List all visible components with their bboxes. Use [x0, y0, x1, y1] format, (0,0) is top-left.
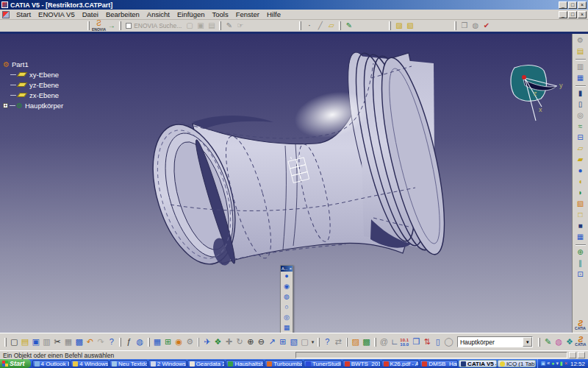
- rib-icon[interactable]: ≈: [575, 121, 587, 132]
- constraints-icon[interactable]: ⇅: [422, 336, 433, 348]
- status-button-a[interactable]: [569, 352, 576, 358]
- open-folder-icon[interactable]: ▤: [20, 336, 31, 348]
- model-tool-icon[interactable]: ❒: [459, 21, 470, 31]
- tray-network-icon[interactable]: ▾: [556, 360, 559, 367]
- analysis-tool-icon[interactable]: ◍: [470, 21, 481, 31]
- measure-icon[interactable]: 10.1 10.0: [400, 338, 411, 347]
- menu-hilfe[interactable]: Hilfe: [263, 10, 284, 18]
- menu-enovia-v5[interactable]: ENOVIA V5: [35, 10, 79, 18]
- toolbar-grip[interactable]: [339, 21, 341, 30]
- tray-green-app-icon[interactable]: ●: [551, 360, 554, 367]
- normal-view-icon[interactable]: ↗: [267, 336, 278, 348]
- toolbar-grip[interactable]: [198, 338, 200, 347]
- paste-special-icon[interactable]: ▨: [393, 21, 404, 31]
- enovia-open-icon[interactable]: ▤: [206, 21, 217, 31]
- material-view-icon[interactable]: ◎: [281, 313, 293, 323]
- toolbar-grip[interactable]: [148, 338, 150, 347]
- select-hand-icon[interactable]: ☞: [234, 21, 245, 31]
- toolbar-grip[interactable]: [318, 338, 320, 347]
- sketcher-icon[interactable]: ✎: [343, 21, 354, 31]
- tray-excel-icon[interactable]: ×: [564, 360, 567, 367]
- toolbar-grip[interactable]: [374, 338, 376, 347]
- edit-pencil-icon[interactable]: ✎: [223, 21, 234, 31]
- historic-graph-icon[interactable]: ⊞: [162, 336, 173, 348]
- pocket-icon[interactable]: ▯: [575, 99, 587, 110]
- formula-icon[interactable]: ƒ: [123, 336, 135, 348]
- plane-icon[interactable]: ▱: [326, 21, 337, 31]
- toolbar-grip[interactable]: [538, 338, 540, 347]
- toolbar-grip[interactable]: [119, 21, 121, 30]
- enovia-search-checkbox[interactable]: [126, 23, 132, 29]
- menu-ansicht[interactable]: Ansicht: [143, 10, 173, 18]
- current-body-combobox[interactable]: Hauptkörper ▾: [457, 336, 533, 347]
- workbench-b-icon[interactable]: ❖: [564, 336, 576, 348]
- tray-battery-icon[interactable]: ▮: [560, 360, 563, 367]
- fit-all-icon[interactable]: ❖: [212, 336, 223, 348]
- taskbar-button-k26-pdf[interactable]: K26.pdf - Ado...: [381, 360, 420, 367]
- tree-item-xy-ebene[interactable]: xy-Ebene: [3, 69, 63, 79]
- grid-cube-icon[interactable]: ▦: [575, 232, 587, 243]
- taskbar-button-dmsb-pdf[interactable]: DMSB_Handb...: [420, 360, 458, 367]
- taskbar-clock[interactable]: 12:52: [570, 361, 585, 367]
- minimize-button[interactable]: _: [559, 1, 567, 9]
- taskbar-button-windows-group-2[interactable]: 2 Windows ...▾: [148, 360, 187, 367]
- point-icon[interactable]: ·: [304, 21, 315, 31]
- help-icon[interactable]: ?: [107, 336, 118, 348]
- mdi-restore-button[interactable]: □: [568, 11, 577, 18]
- taskbar-button-turboumbau[interactable]: Turboumbau ...: [265, 360, 303, 367]
- window-icon[interactable]: ▦: [575, 73, 587, 84]
- taskbar-button-outlook-group[interactable]: 4 Outlook E...▾: [32, 360, 71, 367]
- zoom-in-icon[interactable]: ⊕: [245, 336, 256, 348]
- multi-view-icon[interactable]: ⊞: [278, 336, 289, 348]
- paste-icon[interactable]: ▩: [74, 336, 85, 348]
- document-icon[interactable]: [2, 11, 10, 18]
- swap-visible-icon[interactable]: ⇄: [333, 336, 344, 348]
- taskbar-button-bwts-pdf[interactable]: BWTS_2014_...: [343, 360, 381, 367]
- taskbar-button-haushaltsbuch[interactable]: Haushaltsbuc...: [226, 360, 264, 367]
- rotate-icon[interactable]: ↻: [234, 336, 245, 348]
- pan-icon[interactable]: ✚: [223, 336, 234, 348]
- wireframe-icon[interactable]: ○: [281, 302, 293, 313]
- copy-icon[interactable]: ▦: [63, 336, 74, 348]
- ellipse-tool-icon[interactable]: ◯: [443, 336, 454, 348]
- close-button[interactable]: ×: [578, 1, 587, 9]
- macro-icon[interactable]: ⚙: [184, 336, 196, 348]
- sphere-icon[interactable]: ●: [575, 166, 587, 177]
- tree-item-hauptkoerper[interactable]: + ⚙ Hauptkörper: [3, 100, 63, 110]
- menu-start[interactable]: Start: [12, 10, 35, 18]
- enovia-load-icon[interactable]: ▢: [184, 21, 195, 31]
- shaft-icon[interactable]: ◎: [575, 110, 587, 121]
- undo-icon[interactable]: ↶: [85, 336, 96, 348]
- wire-cube-icon[interactable]: □: [575, 210, 587, 221]
- taskbar-button-tunerstudio[interactable]: TunerStudio ...: [304, 360, 342, 367]
- measure-pair-icon[interactable]: ∥: [575, 258, 587, 269]
- menu-tools[interactable]: Tools: [209, 10, 232, 18]
- menu-datei[interactable]: Datei: [79, 10, 102, 18]
- enovia-logo-icon[interactable]: Ƨ: [93, 20, 104, 26]
- status-button-b[interactable]: [578, 352, 585, 358]
- workbench-a-icon[interactable]: ◍: [553, 336, 564, 348]
- expand-icon[interactable]: +: [3, 103, 8, 108]
- custom-view-icon[interactable]: ▦: [281, 323, 293, 333]
- design-table-icon[interactable]: ▦: [152, 336, 163, 348]
- catalog-browser-icon[interactable]: ▨: [350, 336, 361, 348]
- toolbar-grip[interactable]: [454, 21, 456, 30]
- axis-system-icon[interactable]: ∟: [390, 336, 401, 348]
- fillet-icon[interactable]: ◖: [575, 177, 587, 188]
- boolean-icon[interactable]: ⊕: [575, 247, 587, 258]
- combobox-dropdown-icon[interactable]: ▾: [523, 337, 532, 347]
- pad-icon[interactable]: ▮: [575, 88, 587, 99]
- chamfer-icon[interactable]: ◗: [575, 188, 587, 199]
- mail-icon[interactable]: @: [379, 336, 390, 348]
- exit-workbench-icon[interactable]: ✎: [542, 336, 553, 348]
- menu-einfuegen[interactable]: Einfügen: [173, 10, 209, 18]
- taskbar-button-icq[interactable]: ICQ (1 Tab): [498, 360, 536, 367]
- stamp-tool-icon[interactable]: ✔: [481, 21, 492, 31]
- tree-item-yz-ebene[interactable]: yz-Ebene: [3, 79, 63, 90]
- line-icon[interactable]: ╱: [315, 21, 326, 31]
- compass-free-rotation-handle[interactable]: [522, 75, 526, 79]
- solid-cube-icon[interactable]: ■: [575, 221, 587, 232]
- paste-link-icon[interactable]: ▧: [404, 21, 415, 31]
- toolbar-grip[interactable]: [299, 21, 301, 30]
- enovia-save-icon[interactable]: ▣: [195, 21, 206, 31]
